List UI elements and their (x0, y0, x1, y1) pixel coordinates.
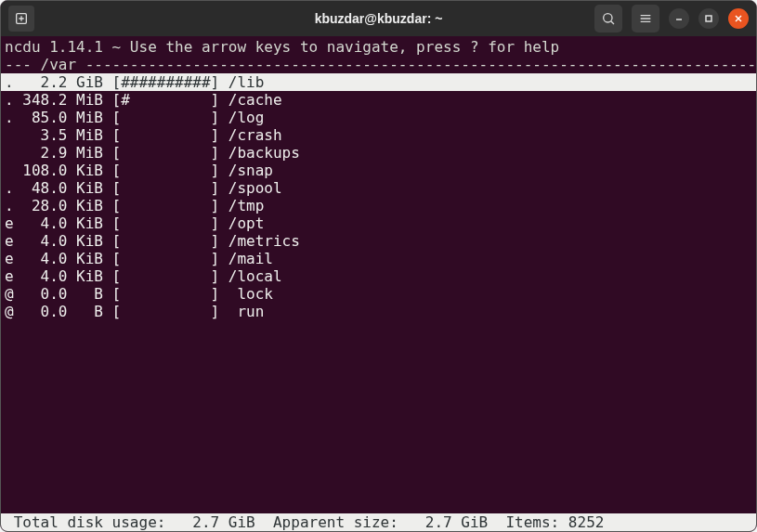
ncdu-row[interactable]: . 85.0 MiB[ ]/log (1, 109, 756, 126)
row-bar: [ ] (103, 232, 219, 250)
row-name: run (219, 303, 264, 320)
row-mark: . (5, 73, 22, 91)
row-bar: [ ] (103, 179, 219, 197)
ncdu-rows: . 2.2 GiB[##########]/lib.348.2 MiB[# ]/… (1, 73, 756, 320)
ncdu-row[interactable]: e 4.0 KiB[ ]/local (1, 267, 756, 285)
row-name: /tmp (219, 197, 264, 214)
search-button[interactable] (594, 5, 622, 32)
new-tab-button[interactable] (8, 6, 34, 32)
row-bar: [ ] (103, 197, 219, 214)
row-size: 108.0 KiB (22, 162, 103, 179)
row-name: /metrics (219, 232, 300, 250)
row-name: /backups (219, 144, 300, 162)
minimize-button[interactable] (669, 8, 689, 29)
row-mark (5, 162, 22, 179)
row-name: /mail (219, 250, 273, 267)
row-size: 4.0 KiB (22, 214, 103, 232)
row-bar: [ ] (103, 250, 219, 267)
ncdu-header: ncdu 1.14.1 ~ Use the arrow keys to navi… (1, 38, 756, 56)
ncdu-path-line: --- /var -------------------------------… (1, 56, 756, 73)
row-name: /lib (219, 73, 264, 91)
row-bar: [ ] (103, 214, 219, 232)
row-bar: [ ] (103, 285, 219, 303)
ncdu-row[interactable]: e 4.0 KiB[ ]/metrics (1, 232, 756, 250)
ncdu-row[interactable]: . 48.0 KiB[ ]/spool (1, 179, 756, 197)
row-mark: . (5, 91, 22, 109)
svg-point-3 (604, 14, 612, 22)
ncdu-row[interactable]: 108.0 KiB[ ]/snap (1, 162, 756, 179)
maximize-button[interactable] (698, 8, 719, 29)
row-mark (5, 126, 22, 144)
row-name: /local (219, 267, 281, 285)
terminal-body[interactable]: ncdu 1.14.1 ~ Use the arrow keys to navi… (1, 36, 756, 531)
ncdu-row[interactable]: @ 0.0 B[ ] lock (1, 285, 756, 303)
ncdu-current-path: /var (41, 56, 77, 73)
row-mark: @ (5, 303, 22, 320)
titlebar: kbuzdar@kbuzdar: ~ (1, 1, 756, 36)
row-bar: [ ] (103, 267, 219, 285)
row-size: 4.0 KiB (22, 267, 103, 285)
row-size: 28.0 KiB (22, 197, 103, 214)
row-mark: e (5, 232, 22, 250)
row-size: 348.2 MiB (22, 91, 103, 109)
row-bar: [# ] (103, 91, 219, 109)
row-size: 2.9 MiB (22, 144, 103, 162)
row-bar: [##########] (103, 73, 219, 91)
ncdu-row[interactable]: @ 0.0 B[ ] run (1, 303, 756, 320)
row-bar: [ ] (103, 109, 219, 126)
row-mark: . (5, 197, 22, 214)
row-name: /crash (219, 126, 281, 144)
ncdu-row[interactable]: e 4.0 KiB[ ]/opt (1, 214, 756, 232)
row-name: /log (219, 109, 264, 126)
ncdu-row[interactable]: . 28.0 KiB[ ]/tmp (1, 197, 756, 214)
svg-rect-9 (706, 16, 711, 21)
row-name: /spool (219, 179, 281, 197)
ncdu-row[interactable]: 3.5 MiB[ ]/crash (1, 126, 756, 144)
ncdu-row[interactable]: . 2.2 GiB[##########]/lib (1, 73, 756, 91)
terminal-window: kbuzdar@kbuzdar: ~ (0, 0, 757, 532)
row-mark: e (5, 214, 22, 232)
close-button[interactable] (728, 8, 749, 29)
ncdu-row[interactable]: 2.9 MiB[ ]/backups (1, 144, 756, 162)
row-size: 0.0 B (22, 285, 103, 303)
row-mark: . (5, 109, 22, 126)
row-size: 4.0 KiB (22, 232, 103, 250)
row-bar: [ ] (103, 126, 219, 144)
row-name: /opt (219, 214, 264, 232)
ncdu-footer: Total disk usage: 2.7 GiB Apparent size:… (1, 513, 756, 531)
ncdu-row[interactable]: .348.2 MiB[# ]/cache (1, 91, 756, 109)
row-bar: [ ] (103, 162, 219, 179)
row-mark: e (5, 267, 22, 285)
menu-button[interactable] (632, 5, 659, 32)
row-size: 2.2 GiB (22, 73, 103, 91)
row-bar: [ ] (103, 144, 219, 162)
row-size: 0.0 B (22, 303, 103, 320)
row-name: /snap (219, 162, 273, 179)
row-size: 48.0 KiB (22, 179, 103, 197)
row-mark: e (5, 250, 22, 267)
row-size: 3.5 MiB (22, 126, 103, 144)
row-name: lock (219, 285, 273, 303)
row-mark: @ (5, 285, 22, 303)
row-size: 4.0 KiB (22, 250, 103, 267)
svg-line-4 (611, 21, 614, 24)
row-size: 85.0 MiB (22, 109, 103, 126)
ncdu-row[interactable]: e 4.0 KiB[ ]/mail (1, 250, 756, 267)
row-name: /cache (219, 91, 281, 109)
row-mark: . (5, 179, 22, 197)
row-mark (5, 144, 22, 162)
row-bar: [ ] (103, 303, 219, 320)
